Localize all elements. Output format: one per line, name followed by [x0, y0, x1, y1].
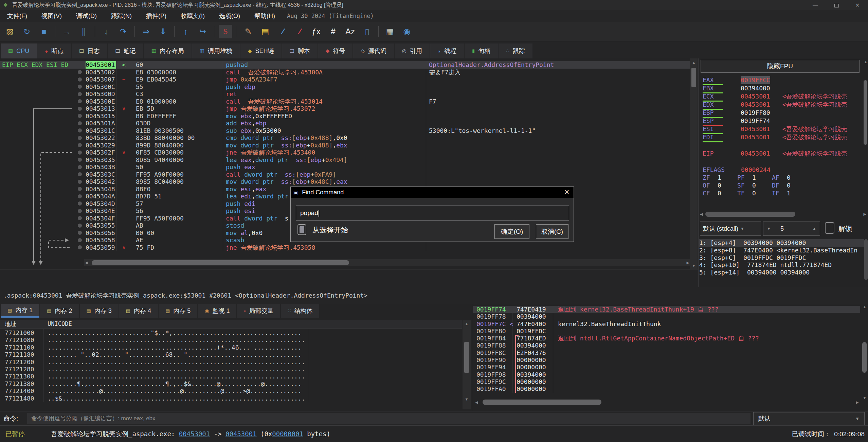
menu-item-视图[interactable]: 视图(V) — [34, 10, 69, 22]
tab-CPU[interactable]: ▦CPU — [1, 43, 37, 58]
flag-name[interactable]: IF — [772, 189, 787, 197]
register-value[interactable]: 0019FFCC — [741, 76, 770, 84]
stack-row[interactable]: 0019FF7800394000 — [473, 313, 860, 320]
tab-内存-4[interactable]: ▤内存 4 — [119, 304, 158, 318]
disassembly-row[interactable]: 0045303CFF95 A90F0000call dword ptr ss:[… — [0, 171, 690, 178]
breakpoint-gutter[interactable] — [74, 222, 86, 229]
arg-count-stepper[interactable]: ▼ 5 ▲ — [763, 222, 820, 236]
disassembly-row[interactable]: 00453059∧75 FDjne 吾爱破解论坛学习.453058 — [0, 244, 690, 251]
register-row-EDX[interactable]: EDX00453001<吾爱破解论坛学习脱壳 — [703, 101, 847, 109]
unlock-checkbox[interactable] — [825, 222, 834, 234]
breakpoint-dot-icon[interactable] — [78, 238, 82, 242]
minimize-button[interactable]: — — [805, 0, 826, 10]
pause-icon[interactable]: ∥ — [77, 25, 90, 38]
breakpoint-dot-icon[interactable] — [78, 136, 82, 140]
menu-item-收藏夹[interactable]: 收藏夹(I) — [174, 10, 212, 22]
disassembly-row[interactable]: EIP ECX EDX ESI ED00453001<60pushadOptio… — [0, 61, 690, 69]
breakpoint-gutter[interactable] — [74, 120, 86, 127]
execute-till-return-icon[interactable]: ↑ — [179, 25, 193, 38]
disassembly-row[interactable]: 0045301A03DDadd ebx,ebp — [0, 120, 690, 127]
memory-row[interactable]: 77121180........ "..02..,... "..........… — [0, 351, 462, 358]
scroll-left-icon[interactable]: ◀ — [475, 400, 478, 405]
breakpoint-dot-icon[interactable] — [78, 85, 82, 89]
register-row-EBP[interactable]: EBP0019FF80 — [703, 109, 770, 117]
step-over-icon[interactable]: ↷ — [116, 25, 130, 38]
command-profile-select[interactable]: 默认 ▼ — [753, 412, 865, 425]
breakpoint-gutter[interactable] — [74, 193, 86, 200]
scroll-up-icon[interactable]: ▲ — [690, 58, 698, 65]
breakpoint-gutter[interactable] — [74, 185, 86, 193]
breakpoint-dot-icon[interactable] — [78, 99, 82, 103]
status-address-to-link[interactable]: 00453001 — [225, 430, 257, 438]
registers-vscrollbar[interactable]: ▲ — [863, 60, 868, 162]
memory-row[interactable]: 77121280................................… — [0, 366, 462, 373]
register-row-ESP[interactable]: ESP0019FF74 — [703, 117, 770, 125]
scroll-left-icon[interactable]: ◀ — [85, 261, 88, 265]
breakpoint-dot-icon[interactable] — [78, 158, 82, 162]
label-icon[interactable]: ∕∕ — [275, 25, 289, 38]
memory-row[interactable]: 77121200................................… — [0, 358, 462, 366]
function-icon[interactable]: ƒx — [309, 25, 323, 38]
tab-内存-2[interactable]: ▤内存 2 — [40, 304, 79, 318]
breakpoint-gutter[interactable] — [74, 112, 86, 120]
mobile-icon[interactable]: ▯ — [360, 25, 374, 38]
memory-row[interactable]: 77121300................................… — [0, 373, 462, 380]
tab-线程[interactable]: ◗线程 — [430, 43, 464, 58]
ok-button[interactable]: 确定(O) — [494, 224, 529, 239]
breakpoint-gutter[interactable] — [74, 178, 86, 185]
disassembly-vscrollbar[interactable]: ▲ ▼ — [690, 58, 698, 269]
tab-内存-5[interactable]: ▤内存 5 — [159, 304, 197, 318]
stepper-down-icon[interactable]: ▼ — [767, 226, 771, 231]
breakpoint-dot-icon[interactable] — [78, 224, 82, 228]
register-row-ESI[interactable]: ESI00453001<吾爱破解论坛学习脱壳 — [703, 125, 847, 133]
scroll-down-icon[interactable]: ▼ — [463, 397, 471, 401]
register-value[interactable]: 00453001 — [741, 133, 770, 141]
register-value[interactable]: 0019FF74 — [741, 117, 770, 125]
disassembly-hscroll-thumb[interactable] — [92, 260, 349, 265]
disassembly-row[interactable]: 0045301C81EB 00300500sub ebx,0x530005300… — [0, 127, 690, 135]
stack-hscroll-thumb[interactable] — [483, 400, 601, 405]
flag-name[interactable]: PF — [737, 174, 752, 182]
breakpoint-dot-icon[interactable] — [78, 114, 82, 118]
register-row-EAX[interactable]: EAX0019FFCC — [703, 76, 770, 84]
memory-row[interactable]: 77121080................................… — [0, 336, 462, 343]
disassembly-row[interactable]: 00453015BB EDFFFFFFmov ebx,0xFFFFFFED — [0, 112, 690, 120]
disassembly-row[interactable]: 0045303B50push eax — [0, 163, 690, 171]
breakpoint-gutter[interactable] — [74, 200, 86, 208]
breakpoint-gutter[interactable] — [74, 83, 86, 91]
globe-icon[interactable]: ◉ — [400, 25, 414, 38]
memory-row[interactable]: 77121000............................"$..… — [0, 329, 462, 336]
breakpoint-gutter[interactable] — [74, 69, 86, 76]
hash-icon[interactable]: # — [326, 25, 340, 38]
tab-断点[interactable]: ●断点 — [37, 43, 71, 58]
disassembly-row[interactable]: 00453007−E9 EB045D45jmp 0x45A234F7 — [0, 76, 690, 83]
stack-row[interactable]: 0019FF9400000000 — [473, 364, 860, 371]
menu-item-跟踪[interactable]: 跟踪(N) — [104, 10, 139, 22]
register-value[interactable]: 00453001 — [741, 101, 770, 109]
disassembly-row[interactable]: 00453002E8 03000000call 吾爱破解论坛学习.45300A需… — [0, 69, 690, 76]
tab-脚本[interactable]: ▤脚本 — [282, 43, 318, 58]
breakpoint-gutter[interactable] — [74, 98, 86, 105]
disassembly-row[interactable]: 00453013∨EB 5Djmp 吾爱破解论坛学习.453072 — [0, 105, 690, 112]
maximize-button[interactable] — [826, 0, 847, 10]
args-vscrollbar[interactable] — [864, 238, 868, 285]
stack-hscrollbar[interactable]: ◀ ▶ — [475, 399, 859, 406]
stack-arg-row[interactable]: 4: [esp+10] 771874ED ntdll.771874ED — [699, 261, 864, 269]
registers-hscrollbar[interactable]: ◀ ▶ — [699, 211, 868, 218]
disassembly-row[interactable]: 00453029899D 88040000mov dword ptr ss:[e… — [0, 142, 690, 149]
close-button[interactable]: ✕ — [847, 0, 868, 10]
breakpoint-gutter[interactable] — [74, 156, 86, 164]
start-from-selection-checkbox[interactable] — [297, 224, 306, 235]
menu-item-选项[interactable]: 选项(O) — [212, 10, 247, 22]
breakpoint-gutter[interactable] — [74, 134, 86, 142]
breakpoint-dot-icon[interactable] — [78, 187, 82, 191]
breakpoint-gutter[interactable] — [74, 149, 86, 156]
status-bytes-link[interactable]: 00000001 — [272, 430, 303, 438]
stack-arg-row[interactable]: 5: [esp+14] 00394000 00394000 — [699, 269, 864, 276]
scroll-up-icon[interactable]: ▲ — [861, 305, 868, 309]
stack-row[interactable]: 0019FF800019FFDC — [473, 328, 860, 335]
menu-item-插件[interactable]: 插件(P) — [139, 10, 174, 22]
menu-item-调试[interactable]: 调试(D) — [69, 10, 104, 22]
tab-SEH链[interactable]: ◆SEH链 — [240, 43, 282, 58]
menu-item-帮助[interactable]: 帮助(H) — [247, 10, 282, 22]
